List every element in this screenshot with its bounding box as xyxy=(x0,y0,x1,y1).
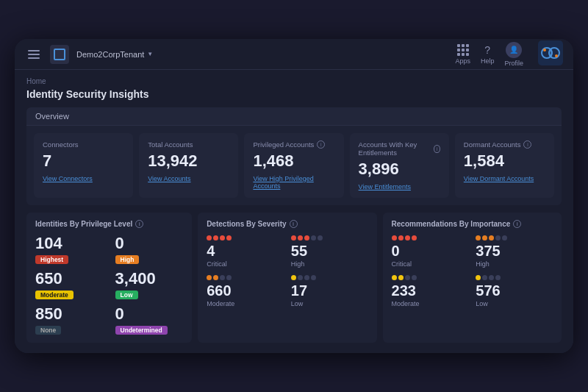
bottom-panels-row: Identities By Privilege Level i 104 High… xyxy=(26,213,562,343)
rec-dots-0 xyxy=(392,235,469,240)
help-label: Help xyxy=(481,57,495,65)
priv-value-4: 850 xyxy=(35,306,104,322)
priv-item-2: 650 Moderate xyxy=(35,271,104,300)
priv-item-4: 850 None xyxy=(35,306,104,335)
tenant-selector[interactable]: Demo2CorpTenant ▼ xyxy=(76,50,153,59)
priv-value-1: 0 xyxy=(115,235,184,252)
card-info-icon-3[interactable]: i xyxy=(434,145,440,153)
priv-item-0: 104 Highest xyxy=(35,235,104,265)
card-link-3[interactable]: View Entitlements xyxy=(359,183,440,190)
priv-item-3: 3,400 Low xyxy=(115,271,184,300)
priv-badge-4: None xyxy=(35,326,61,335)
profile-button[interactable]: 👤 Profile xyxy=(504,42,523,67)
det-value-3: 17 xyxy=(291,282,368,299)
priv-badge-2: Moderate xyxy=(35,291,74,299)
card-value-3: 3,896 xyxy=(359,161,440,177)
card-title-0: Connectors xyxy=(43,140,124,149)
dot xyxy=(311,235,316,240)
breadcrumb: Home xyxy=(26,77,562,85)
dot xyxy=(392,275,397,280)
card-value-4: 1,584 xyxy=(464,153,545,169)
det-label-2: Moderate xyxy=(207,300,284,307)
dot xyxy=(412,235,417,240)
rec-value-3: 576 xyxy=(476,282,553,299)
dot xyxy=(476,235,481,240)
dot xyxy=(495,235,501,240)
det-dots-0 xyxy=(207,235,284,240)
priv-value-5: 0 xyxy=(115,306,184,322)
card-title-3: Accounts With Key Entitlements i xyxy=(359,140,440,157)
rec-label-0: Critical xyxy=(392,260,469,268)
metric-card-1: Total Accounts 13,942 View Accounts xyxy=(139,133,238,198)
dot xyxy=(226,235,232,240)
apps-label: Apps xyxy=(455,57,470,65)
priv-value-0: 104 xyxy=(35,235,104,252)
detections-info-icon[interactable]: i xyxy=(290,220,298,228)
card-value-0: 7 xyxy=(43,153,124,169)
rec-dots-3 xyxy=(476,275,553,280)
rec-label-1: High xyxy=(476,260,553,268)
det-value-2: 660 xyxy=(207,282,284,299)
recommendations-info-icon[interactable]: i xyxy=(513,220,521,228)
help-button[interactable]: ? Help xyxy=(481,44,495,65)
privilege-info-icon[interactable]: i xyxy=(135,220,143,228)
dot xyxy=(220,275,225,280)
priv-badge-0: Highest xyxy=(35,255,68,264)
rec-item-0: 0 Critical xyxy=(392,235,469,268)
det-label-1: High xyxy=(291,260,368,268)
priv-item-5: 0 Undetermined xyxy=(115,306,184,335)
card-link-0[interactable]: View Connectors xyxy=(43,175,124,182)
card-info-icon-4[interactable]: i xyxy=(523,140,531,149)
card-value-1: 13,942 xyxy=(148,153,229,169)
metric-cards-row: Connectors 7 View Connectors Total Accou… xyxy=(34,133,554,198)
privilege-panel-title: Identities By Privilege Level i xyxy=(35,220,183,228)
brand-logo xyxy=(538,40,563,68)
card-info-icon-2[interactable]: i xyxy=(317,140,325,149)
det-value-0: 4 xyxy=(207,243,284,259)
det-item-2: 660 Moderate xyxy=(207,275,284,307)
svg-point-3 xyxy=(543,49,546,51)
card-link-2[interactable]: View High Privileged Accounts xyxy=(253,175,334,190)
dot xyxy=(304,275,309,280)
apps-button[interactable]: Apps xyxy=(455,44,470,65)
det-value-1: 55 xyxy=(291,243,368,259)
profile-avatar: 👤 xyxy=(506,42,522,58)
dot xyxy=(398,235,404,240)
dot xyxy=(226,275,232,280)
svg-point-4 xyxy=(555,54,558,57)
metric-card-0: Connectors 7 View Connectors xyxy=(34,133,133,198)
det-label-0: Critical xyxy=(207,260,284,268)
dot xyxy=(220,235,225,240)
rec-value-1: 375 xyxy=(476,243,553,259)
tenant-name: Demo2CorpTenant xyxy=(76,50,144,59)
priv-badge-5: Undetermined xyxy=(115,326,168,335)
det-dots-3 xyxy=(291,275,368,280)
rec-value-2: 233 xyxy=(392,282,469,299)
dot xyxy=(489,275,494,280)
privilege-panel: Identities By Privilege Level i 104 High… xyxy=(26,213,192,343)
rec-item-3: 576 Low xyxy=(476,275,553,307)
det-item-0: 4 Critical xyxy=(207,235,284,268)
card-title-1: Total Accounts xyxy=(148,140,229,149)
dot xyxy=(298,235,303,240)
dot xyxy=(392,235,397,240)
card-link-4[interactable]: View Dormant Accounts xyxy=(464,175,545,182)
card-value-2: 1,468 xyxy=(253,153,334,169)
dot xyxy=(412,275,417,280)
section-header-overview: Overview xyxy=(26,107,562,126)
apps-grid-icon xyxy=(457,44,469,56)
metric-card-2: Privileged Accounts i 1,468 View High Pr… xyxy=(244,133,343,198)
privilege-grid: 104 Highest 0 High 650 Moderate 3,400 Lo… xyxy=(35,235,183,335)
dot xyxy=(476,275,481,280)
recommendations-panel-title: Recommendations By Importance i xyxy=(392,220,553,228)
dot xyxy=(311,275,316,280)
dot xyxy=(304,235,309,240)
detections-grid: 4 Critical 55 High 660 Moderate 17 Low xyxy=(207,235,368,307)
main-content: Home Identity Security Insights Overview… xyxy=(15,70,573,353)
dot xyxy=(213,275,218,280)
dot xyxy=(495,275,501,280)
dot xyxy=(298,275,303,280)
priv-badge-3: Low xyxy=(115,291,138,299)
card-link-1[interactable]: View Accounts xyxy=(148,175,229,182)
menu-button[interactable] xyxy=(25,47,43,62)
